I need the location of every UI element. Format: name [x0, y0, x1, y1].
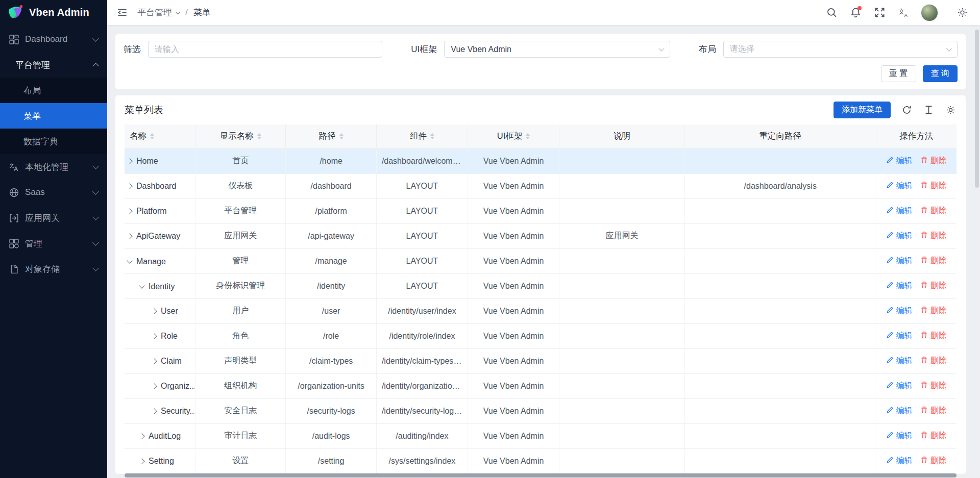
row-expand-icon[interactable]	[151, 383, 157, 389]
filter-keyword-input[interactable]	[148, 41, 382, 58]
column-header-name[interactable]: 名称	[125, 124, 195, 148]
delete-button[interactable]: 删除	[920, 281, 947, 291]
row-expand-icon[interactable]	[151, 333, 157, 339]
refresh-icon[interactable]	[900, 104, 913, 116]
sidebar: Vben Admin Dashboard平台管理布局菜单数据字典本地化管理Saa…	[0, 0, 107, 478]
sidebar-item-storage[interactable]: 对象存储	[0, 256, 107, 282]
row-expand-icon[interactable]	[151, 408, 157, 414]
table-row[interactable]: Home首页/home/dashboard/welcome/in...Vue V…	[125, 148, 957, 173]
table-row[interactable]: Identity身份标识管理/identityLAYOUTVue Vben Ad…	[125, 273, 957, 298]
translate-icon[interactable]: 文A	[897, 6, 910, 19]
pencil-icon	[886, 356, 894, 366]
edit-button[interactable]: 编辑	[886, 331, 913, 341]
sidebar-item-gateway[interactable]: 应用网关	[0, 205, 107, 231]
delete-button[interactable]: 删除	[920, 256, 947, 266]
table-row[interactable]: ApiGateway应用网关/api-gatewayLAYOUTVue Vben…	[125, 223, 957, 248]
row-expand-icon[interactable]	[151, 358, 157, 364]
edit-button[interactable]: 编辑	[886, 156, 913, 166]
row-expand-icon[interactable]	[139, 458, 144, 464]
column-header-component[interactable]: 组件	[376, 124, 468, 148]
cell-component: LAYOUT	[376, 273, 468, 298]
cell-ui-framework: Vue Vben Admin	[468, 398, 559, 423]
edit-button[interactable]: 编辑	[886, 306, 913, 316]
delete-button[interactable]: 删除	[920, 331, 947, 341]
row-expand-icon[interactable]	[139, 433, 144, 439]
sidebar-item-menu[interactable]: 菜单	[0, 103, 107, 129]
table-row[interactable]: Organiz...组织机构/organization-units/identi…	[125, 373, 957, 398]
edit-button[interactable]: 编辑	[886, 456, 913, 466]
breadcrumb-parent[interactable]: 平台管理	[137, 7, 180, 18]
collapse-sidebar-icon[interactable]	[115, 6, 129, 19]
sort-icon[interactable]	[430, 133, 434, 139]
sidebar-item-platform[interactable]: 平台管理	[0, 52, 107, 78]
row-expand-icon[interactable]	[151, 308, 157, 314]
edit-button[interactable]: 编辑	[886, 406, 913, 416]
settings-icon[interactable]	[955, 6, 969, 19]
sidebar-item-localization[interactable]: 本地化管理	[0, 154, 107, 180]
column-header-ui[interactable]: UI框架	[468, 124, 559, 148]
table-row[interactable]: Security...安全日志/security-logs/identity/s…	[125, 398, 957, 423]
edit-button[interactable]: 编辑	[886, 281, 913, 291]
sidebar-item-dictionary[interactable]: 数据字典	[0, 129, 107, 154]
delete-button[interactable]: 删除	[920, 206, 947, 216]
table-row[interactable]: Role角色/role/identity/role/indexVue Vben …	[125, 323, 957, 348]
row-collapse-icon[interactable]	[127, 258, 132, 263]
table-row[interactable]: Claim声明类型/claim-types/identity/claim-typ…	[125, 348, 957, 373]
sidebar-item-manage[interactable]: 管理	[0, 231, 107, 256]
edit-button[interactable]: 编辑	[886, 381, 913, 391]
table-row[interactable]: User用户/user/identity/user/indexVue Vben …	[125, 298, 957, 323]
column-header-path[interactable]: 路径	[286, 124, 376, 148]
delete-button[interactable]: 删除	[920, 456, 947, 466]
delete-button[interactable]: 删除	[920, 431, 947, 441]
reset-button[interactable]: 重 置	[881, 65, 916, 82]
sidebar-item-dashboard[interactable]: Dashboard	[0, 27, 107, 52]
edit-button[interactable]: 编辑	[886, 356, 913, 366]
row-expand-icon[interactable]	[127, 183, 132, 189]
row-expand-icon[interactable]	[127, 158, 132, 164]
app-root: Vben Admin Dashboard平台管理布局菜单数据字典本地化管理Saa…	[0, 0, 980, 478]
table-row[interactable]: Manage管理/manageLAYOUTVue Vben Admin编辑删除	[125, 248, 957, 273]
sidebar-item-layout[interactable]: 布局	[0, 78, 107, 103]
layout-select[interactable]: 请选择	[723, 41, 958, 58]
delete-button[interactable]: 删除	[920, 356, 947, 366]
table-row[interactable]: AuditLog审计日志/audit-logs/auditing/indexVu…	[125, 423, 957, 448]
cell-path: /api-gateway	[286, 223, 376, 248]
sort-icon[interactable]	[526, 133, 530, 139]
row-height-icon[interactable]	[922, 104, 935, 116]
sort-icon[interactable]	[150, 133, 154, 139]
delete-button[interactable]: 删除	[920, 406, 947, 416]
delete-button[interactable]: 删除	[920, 231, 947, 241]
sort-icon[interactable]	[257, 133, 261, 139]
row-collapse-icon[interactable]	[139, 283, 144, 288]
add-menu-button[interactable]: 添加新菜单	[834, 102, 891, 118]
cell-description	[559, 398, 685, 423]
avatar[interactable]	[921, 4, 938, 21]
bell-icon[interactable]	[849, 6, 862, 19]
delete-button[interactable]: 删除	[920, 181, 947, 191]
delete-button[interactable]: 删除	[920, 156, 947, 166]
logo[interactable]: Vben Admin	[0, 0, 107, 25]
edit-button[interactable]: 编辑	[886, 206, 913, 216]
delete-button[interactable]: 删除	[920, 306, 947, 316]
column-header-display[interactable]: 显示名称	[195, 124, 285, 148]
search-button[interactable]: 查 询	[923, 65, 958, 82]
edit-button[interactable]: 编辑	[886, 181, 913, 191]
table-row[interactable]: Platform平台管理/platformLAYOUTVue Vben Admi…	[125, 198, 957, 223]
cell-display-name: 角色	[195, 323, 285, 348]
ui-framework-select[interactable]: Vue Vben Admin	[444, 41, 670, 58]
row-expand-icon[interactable]	[127, 208, 132, 214]
table-row[interactable]: Setting设置/setting/sys/settings/indexVue …	[125, 448, 957, 473]
sidebar-item-saas[interactable]: Saas	[0, 180, 107, 205]
edit-button[interactable]: 编辑	[886, 256, 913, 266]
table-settings-icon[interactable]	[944, 104, 957, 116]
sort-icon[interactable]	[339, 133, 344, 139]
edit-button[interactable]: 编辑	[886, 431, 913, 441]
table-row[interactable]: Dashboard仪表板/dashboardLAYOUTVue Vben Adm…	[125, 173, 957, 198]
horizontal-scrollbar-thumb[interactable]	[125, 473, 957, 477]
vertical-scrollbar-thumb[interactable]	[975, 30, 979, 188]
search-icon[interactable]	[825, 6, 838, 19]
delete-button[interactable]: 删除	[920, 381, 947, 391]
row-expand-icon[interactable]	[127, 233, 132, 239]
edit-button[interactable]: 编辑	[886, 231, 913, 241]
fullscreen-icon[interactable]	[873, 6, 886, 19]
